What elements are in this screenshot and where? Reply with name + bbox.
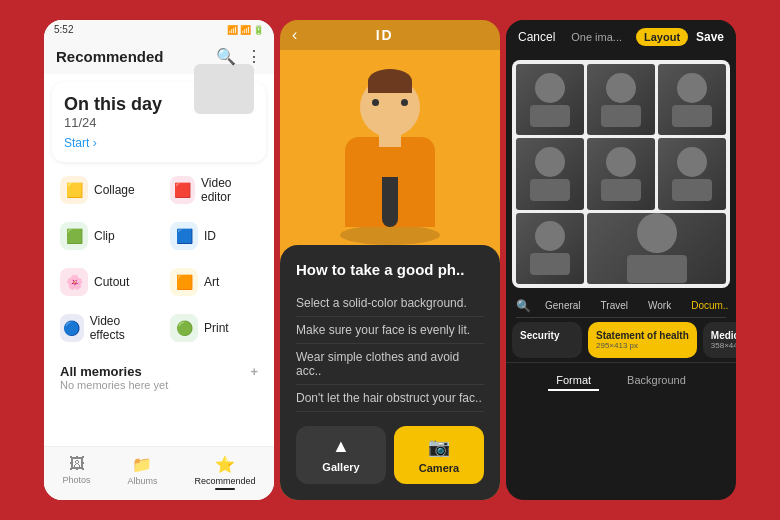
print-label: Print [204, 321, 229, 335]
albums-icon: 📁 [132, 455, 152, 474]
tab-one-image[interactable]: One ima... [563, 28, 630, 46]
save-button[interactable]: Save [696, 30, 724, 44]
face-head-2 [606, 73, 636, 103]
tab-background[interactable]: Background [619, 371, 694, 391]
search-icon-p3[interactable]: 🔍 [516, 299, 531, 313]
face-head-5 [606, 147, 636, 177]
face-head-1 [535, 73, 565, 103]
search-icon[interactable]: 🔍 [216, 47, 236, 66]
p3-document-cards: Security Statement of health 295×413 px … [506, 318, 736, 362]
card-security-label: Security [520, 330, 574, 341]
video-editor-icon: 🟥 [170, 176, 195, 204]
gallery-icon: ▲ [332, 436, 350, 457]
grid-item-art[interactable]: 🟧 Art [162, 262, 266, 302]
character-figure [320, 75, 460, 245]
bottom-nav: 🖼 Photos 📁 Albums ⭐ Recommended [44, 446, 274, 500]
tab-format[interactable]: Format [548, 371, 599, 391]
character-eye-right [401, 99, 408, 106]
card-security[interactable]: Security [512, 322, 582, 358]
face-1 [516, 64, 584, 135]
id-label: ID [204, 229, 216, 243]
p2-tip-3: Wear simple clothes and avoid acc.. [296, 344, 484, 385]
p2-panel: How to take a good ph.. Select a solid-c… [280, 245, 500, 500]
tab-layout[interactable]: Layout [636, 28, 688, 46]
cat-work[interactable]: Work [642, 298, 677, 313]
character-head [360, 77, 420, 137]
effects-label: Video effects [90, 314, 148, 342]
phone-3: Cancel One ima... Layout Save [506, 20, 736, 500]
status-icons: 📶 📶 🔋 [227, 25, 264, 35]
character-hair [368, 69, 412, 93]
grid-item-id[interactable]: 🟦 ID [162, 216, 266, 256]
face-7 [516, 213, 584, 284]
video-editor-label: Video editor [201, 176, 258, 204]
grid-item-video-editor[interactable]: 🟥 Video editor [162, 170, 266, 210]
cat-document[interactable]: Docum.. [685, 298, 734, 313]
camera-icon: 📷 [428, 436, 450, 458]
cancel-button[interactable]: Cancel [518, 30, 555, 44]
collage-label: Collage [94, 183, 135, 197]
nav-albums[interactable]: 📁 Albums [127, 455, 157, 490]
memories-date: 11/24 [64, 115, 254, 130]
active-indicator [215, 488, 235, 490]
cutout-label: Cutout [94, 275, 129, 289]
p3-bottom-tabs: Format Background [506, 362, 736, 399]
face-8 [587, 213, 726, 284]
grid-item-collage[interactable]: 🟨 Collage [52, 170, 156, 210]
start-link[interactable]: Start › [64, 136, 254, 150]
art-icon: 🟧 [170, 268, 198, 296]
collage-icon: 🟨 [60, 176, 88, 204]
face-head-8 [637, 213, 677, 253]
grid-item-print[interactable]: 🟢 Print [162, 308, 266, 348]
p3-search-bar: 🔍 General Travel Work Docum.. Educat.. [506, 294, 736, 317]
id-icon: 🟦 [170, 222, 198, 250]
phones-container: 5:52 📶 📶 🔋 Recommended 🔍 ⋮ On this day 1… [34, 10, 746, 510]
face-body-8 [627, 255, 687, 283]
recommended-label: Recommended [194, 476, 255, 486]
face-head-6 [677, 147, 707, 177]
clip-label: Clip [94, 229, 115, 243]
p2-back-icon[interactable]: ‹ [292, 26, 297, 44]
p3-layout-tabs: One ima... Layout [563, 28, 688, 46]
face-body-6 [672, 179, 712, 201]
nav-photos[interactable]: 🖼 Photos [62, 455, 90, 490]
add-memory-icon[interactable]: + [250, 364, 258, 379]
nav-recommended[interactable]: ⭐ Recommended [194, 455, 255, 490]
photo-cell-5 [587, 138, 655, 209]
face-body-7 [530, 253, 570, 275]
gallery-button[interactable]: ▲ Gallery [296, 426, 386, 484]
face-4 [516, 138, 584, 209]
status-bar-1: 5:52 📶 📶 🔋 [44, 20, 274, 39]
cat-general[interactable]: General [539, 298, 587, 313]
p2-tip-1: Select a solid-color background. [296, 290, 484, 317]
cutout-icon: 🌸 [60, 268, 88, 296]
memories-thumbnail [194, 64, 254, 114]
p2-action-buttons: ▲ Gallery 📷 Camera [296, 426, 484, 484]
face-body-3 [672, 105, 712, 127]
photo-cell-1 [516, 64, 584, 135]
character-tie [382, 177, 398, 227]
face-2 [587, 64, 655, 135]
card-statement-label: Statement of health [596, 330, 689, 341]
more-icon[interactable]: ⋮ [246, 47, 262, 66]
photo-cell-7 [516, 213, 584, 284]
phone-1: 5:52 📶 📶 🔋 Recommended 🔍 ⋮ On this day 1… [44, 20, 274, 500]
phone-2: ‹ ID [280, 20, 500, 500]
photo-cell-8 [587, 213, 726, 284]
grid-item-cutout[interactable]: 🌸 Cutout [52, 262, 156, 302]
character-eye-left [372, 99, 379, 106]
all-memories-section: All memories + No memories here yet [52, 356, 266, 399]
cat-travel[interactable]: Travel [595, 298, 634, 313]
face-head-3 [677, 73, 707, 103]
face-head-4 [535, 147, 565, 177]
card-medical-size: 358×441.. [711, 341, 736, 350]
card-medical[interactable]: Medic.. 358×441.. [703, 322, 736, 358]
grid-item-clip[interactable]: 🟩 Clip [52, 216, 156, 256]
face-body-2 [601, 105, 641, 127]
grid-item-effects[interactable]: 🔵 Video effects [52, 308, 156, 348]
p3-header: Cancel One ima... Layout Save [506, 20, 736, 54]
card-statement-health[interactable]: Statement of health 295×413 px [588, 322, 697, 358]
camera-button[interactable]: 📷 Camera [394, 426, 484, 484]
photo-grid [512, 60, 730, 288]
photos-label: Photos [62, 475, 90, 485]
